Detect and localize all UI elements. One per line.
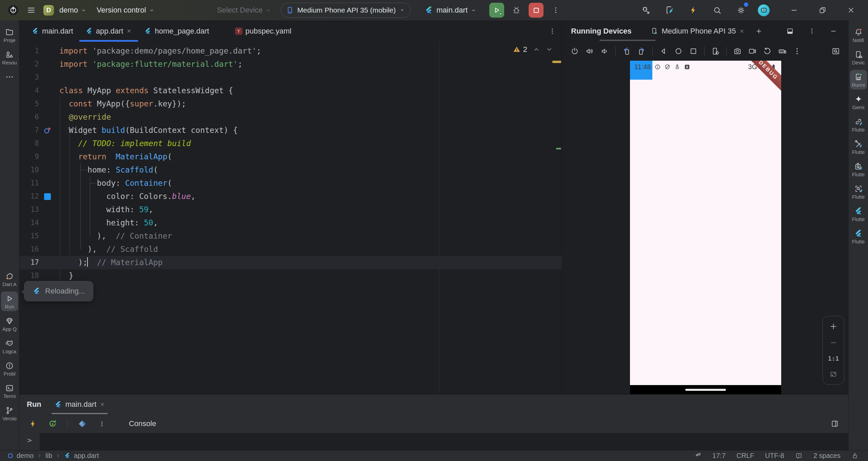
flutter-attach-button[interactable]: [663, 3, 676, 17]
rotate-left-button[interactable]: [621, 45, 632, 57]
debug-button[interactable]: [510, 3, 523, 17]
stripe-item-problems[interactable]: Probl: [1, 359, 18, 378]
stripe-item-run[interactable]: Run: [1, 292, 18, 311]
run-button[interactable]: [489, 3, 504, 18]
more-run-actions[interactable]: [549, 3, 563, 17]
code-line-5[interactable]: 5 const MyApp({super.key});: [19, 97, 562, 111]
main-menu-hamburger[interactable]: [24, 3, 38, 17]
window-minimize-button[interactable]: [787, 3, 801, 17]
code-line-15[interactable]: 15 ), // Container: [19, 229, 562, 243]
breadcrumb-file[interactable]: app.dart: [74, 452, 99, 460]
rotate-right-button[interactable]: [636, 45, 647, 57]
stripe-item-dart-analysis[interactable]: Dart A: [1, 269, 18, 289]
close-tab-icon[interactable]: [739, 28, 745, 34]
gesture-pill[interactable]: [685, 389, 726, 391]
code-line-4[interactable]: 4class MyApp extends StatelessWidget {: [19, 84, 562, 97]
emulator-screen[interactable]: 11:48 3G DEBUG: [630, 61, 781, 385]
stripe-item-terminal[interactable]: Termi: [1, 381, 18, 401]
volume-down-button[interactable]: [599, 45, 610, 57]
code-line-6[interactable]: 6 @override: [19, 111, 562, 124]
unlocked-icon[interactable]: [851, 452, 859, 459]
line-separator[interactable]: CRLF: [736, 452, 754, 460]
inspections-status-icon[interactable]: [795, 452, 803, 460]
zoom-actual-size[interactable]: 1:1: [828, 355, 839, 362]
volume-up-button[interactable]: [584, 45, 595, 57]
code-line-19[interactable]: 19}: [19, 282, 562, 296]
device-selector-dropdown[interactable]: Medium Phone API 35 (mobile): [281, 3, 411, 18]
code-line-1[interactable]: 1import 'package:demo/pages/home_page.da…: [19, 44, 562, 58]
kebab-button[interactable]: [791, 45, 803, 57]
code-line-7[interactable]: 7 Widget build(BuildContext context) {: [19, 124, 562, 137]
project-selector[interactable]: demo: [59, 6, 86, 15]
prev-problem-icon[interactable]: [533, 46, 540, 53]
stop-button[interactable]: [529, 3, 544, 18]
stripe-item-flutter-inspector[interactable]: Flutte: [850, 182, 867, 201]
console-prompt[interactable]: >: [19, 433, 40, 450]
run-tab-main-dart[interactable]: main.dart: [52, 395, 108, 414]
hot-reload-button[interactable]: [687, 3, 700, 17]
stripe-item-running-devices[interactable]: Runni: [850, 70, 867, 89]
stripe-item-device-manager[interactable]: Devic: [850, 47, 867, 67]
run-config-selector[interactable]: main.dart: [425, 6, 476, 15]
zoom-in-icon[interactable]: [829, 322, 837, 330]
console-options-menu[interactable]: [95, 417, 108, 430]
tab-home-page-dart[interactable]: home_page.dart: [138, 20, 215, 42]
close-tab-icon[interactable]: [100, 402, 105, 407]
window-close-button[interactable]: [844, 3, 858, 17]
tab-pubspec-yaml[interactable]: Y pubspec.yaml: [229, 20, 298, 42]
breadcrumb-dir[interactable]: lib: [45, 452, 52, 460]
code-line-8[interactable]: 8 // TODO: implement build: [19, 137, 562, 150]
stripe-item-flutter-performance[interactable]: Flutte: [850, 204, 867, 224]
stripe-item-app-quality-insights[interactable]: App Q: [1, 314, 18, 334]
fit-to-window-icon[interactable]: [829, 370, 837, 378]
settings-button[interactable]: [734, 3, 748, 17]
hot-restart-button[interactable]: [46, 417, 59, 430]
console-output[interactable]: >: [19, 433, 848, 450]
search-everywhere-button[interactable]: [710, 3, 724, 17]
code-line-10[interactable]: 10 home: Scaffold(: [19, 163, 562, 177]
stripe-item-flutter-property-editor[interactable]: Flutte: [850, 115, 867, 134]
emulator-display[interactable]: 11:48 3G DEBUG: [630, 61, 781, 394]
code-line-12[interactable]: 12 color: Colors.blue,: [19, 190, 562, 203]
vcs-widget[interactable]: Version control: [97, 6, 155, 15]
panel-options-menu[interactable]: [805, 24, 818, 38]
stripe-item-flutter-outline[interactable]: Flutte: [850, 159, 867, 179]
code-line-2[interactable]: 2import 'package:flutter/material.dart';: [19, 58, 562, 71]
code-editor[interactable]: 1import 'package:demo/pages/home_page.da…: [19, 42, 562, 394]
back-button[interactable]: [658, 45, 669, 57]
file-encoding[interactable]: UTF-8: [765, 452, 784, 460]
close-tab-icon[interactable]: [126, 28, 132, 34]
code-line-9[interactable]: 9 return MaterialApp(: [19, 150, 562, 163]
reset-button[interactable]: [762, 45, 773, 57]
open-devtools-button[interactable]: [75, 417, 89, 430]
code-line-13[interactable]: 13 width: 59,: [19, 203, 562, 216]
caret-position[interactable]: 17:7: [712, 452, 726, 460]
code-line-18[interactable]: 18 }: [19, 269, 562, 282]
add-device-tab-button[interactable]: [752, 24, 766, 38]
hot-reload-console-button[interactable]: [26, 417, 40, 430]
indent-setting[interactable]: 2 spaces: [813, 452, 841, 460]
override-gutter-icon[interactable]: [39, 124, 56, 137]
hide-panel-button[interactable]: [827, 24, 840, 38]
device-settings-button[interactable]: [710, 45, 721, 57]
color-preview-swatch[interactable]: [44, 193, 51, 200]
screen-record-button[interactable]: [747, 45, 758, 57]
select-device-dropdown[interactable]: Select Device: [217, 6, 271, 15]
panel-layout-button[interactable]: [828, 417, 842, 430]
hardware-input-button[interactable]: [776, 45, 788, 57]
zoom-mode-button[interactable]: [830, 45, 842, 57]
stripe-item-flutter-frames[interactable]: Flutte: [850, 226, 867, 246]
code-line-17[interactable]: 17 ); // MaterialApp: [19, 256, 562, 269]
attach-debugger-button[interactable]: [639, 3, 653, 17]
power-button[interactable]: [569, 45, 580, 57]
overview-button[interactable]: [688, 45, 699, 57]
window-restore-button[interactable]: [816, 3, 829, 17]
tab-scrollbar-thumb[interactable]: [599, 40, 656, 41]
stripe-item-resource-manager[interactable]: Resou: [1, 47, 18, 67]
stripe-item-logcat[interactable]: Logca: [1, 336, 18, 356]
stripe-item-version-control[interactable]: Versio: [1, 403, 18, 423]
avatar[interactable]: [758, 4, 770, 16]
code-line-16[interactable]: 16 ), // Scaffold: [19, 243, 562, 256]
tab-app-dart[interactable]: app.dart: [79, 20, 138, 42]
next-problem-icon[interactable]: [546, 46, 553, 53]
